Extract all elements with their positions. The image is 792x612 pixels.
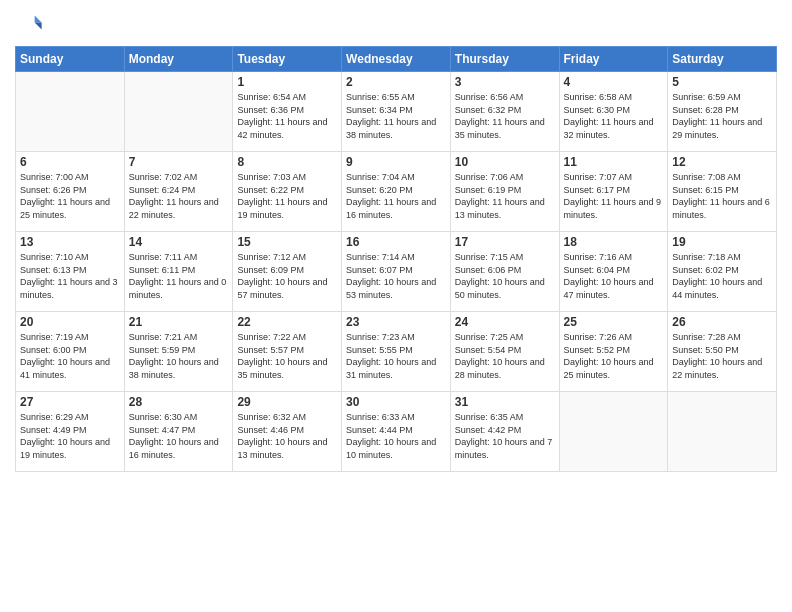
day-number: 20 [20, 315, 120, 329]
day-number: 28 [129, 395, 229, 409]
day-info: Sunrise: 7:26 AM Sunset: 5:52 PM Dayligh… [564, 331, 664, 381]
weekday-header-saturday: Saturday [668, 47, 777, 72]
day-info: Sunrise: 7:03 AM Sunset: 6:22 PM Dayligh… [237, 171, 337, 221]
calendar-cell-33 [559, 392, 668, 472]
logo [15, 10, 47, 38]
day-number: 5 [672, 75, 772, 89]
day-number: 26 [672, 315, 772, 329]
calendar-week-3: 13Sunrise: 7:10 AM Sunset: 6:13 PM Dayli… [16, 232, 777, 312]
calendar-cell-9: 8Sunrise: 7:03 AM Sunset: 6:22 PM Daylig… [233, 152, 342, 232]
day-info: Sunrise: 6:58 AM Sunset: 6:30 PM Dayligh… [564, 91, 664, 141]
day-number: 24 [455, 315, 555, 329]
calendar-cell-26: 25Sunrise: 7:26 AM Sunset: 5:52 PM Dayli… [559, 312, 668, 392]
day-number: 17 [455, 235, 555, 249]
day-number: 29 [237, 395, 337, 409]
page: SundayMondayTuesdayWednesdayThursdayFrid… [0, 0, 792, 612]
calendar-cell-31: 30Sunrise: 6:33 AM Sunset: 4:44 PM Dayli… [342, 392, 451, 472]
calendar-cell-24: 23Sunrise: 7:23 AM Sunset: 5:55 PM Dayli… [342, 312, 451, 392]
day-info: Sunrise: 7:07 AM Sunset: 6:17 PM Dayligh… [564, 171, 664, 221]
calendar-cell-12: 11Sunrise: 7:07 AM Sunset: 6:17 PM Dayli… [559, 152, 668, 232]
day-info: Sunrise: 7:28 AM Sunset: 5:50 PM Dayligh… [672, 331, 772, 381]
calendar-week-4: 20Sunrise: 7:19 AM Sunset: 6:00 PM Dayli… [16, 312, 777, 392]
calendar-cell-11: 10Sunrise: 7:06 AM Sunset: 6:19 PM Dayli… [450, 152, 559, 232]
day-info: Sunrise: 7:12 AM Sunset: 6:09 PM Dayligh… [237, 251, 337, 301]
day-number: 12 [672, 155, 772, 169]
day-number: 30 [346, 395, 446, 409]
weekday-header-row: SundayMondayTuesdayWednesdayThursdayFrid… [16, 47, 777, 72]
day-number: 21 [129, 315, 229, 329]
day-info: Sunrise: 7:02 AM Sunset: 6:24 PM Dayligh… [129, 171, 229, 221]
day-info: Sunrise: 7:25 AM Sunset: 5:54 PM Dayligh… [455, 331, 555, 381]
calendar-cell-6: 5Sunrise: 6:59 AM Sunset: 6:28 PM Daylig… [668, 72, 777, 152]
calendar-cell-28: 27Sunrise: 6:29 AM Sunset: 4:49 PM Dayli… [16, 392, 125, 472]
calendar-cell-20: 19Sunrise: 7:18 AM Sunset: 6:02 PM Dayli… [668, 232, 777, 312]
header [15, 10, 777, 38]
day-number: 22 [237, 315, 337, 329]
day-number: 25 [564, 315, 664, 329]
day-info: Sunrise: 7:06 AM Sunset: 6:19 PM Dayligh… [455, 171, 555, 221]
day-info: Sunrise: 6:35 AM Sunset: 4:42 PM Dayligh… [455, 411, 555, 461]
calendar-cell-4: 3Sunrise: 6:56 AM Sunset: 6:32 PM Daylig… [450, 72, 559, 152]
day-info: Sunrise: 6:56 AM Sunset: 6:32 PM Dayligh… [455, 91, 555, 141]
weekday-header-thursday: Thursday [450, 47, 559, 72]
calendar-cell-21: 20Sunrise: 7:19 AM Sunset: 6:00 PM Dayli… [16, 312, 125, 392]
day-info: Sunrise: 7:21 AM Sunset: 5:59 PM Dayligh… [129, 331, 229, 381]
weekday-header-friday: Friday [559, 47, 668, 72]
day-number: 9 [346, 155, 446, 169]
day-info: Sunrise: 7:10 AM Sunset: 6:13 PM Dayligh… [20, 251, 120, 301]
calendar-cell-30: 29Sunrise: 6:32 AM Sunset: 4:46 PM Dayli… [233, 392, 342, 472]
calendar-cell-1 [124, 72, 233, 152]
calendar-table: SundayMondayTuesdayWednesdayThursdayFrid… [15, 46, 777, 472]
day-info: Sunrise: 6:29 AM Sunset: 4:49 PM Dayligh… [20, 411, 120, 461]
weekday-header-tuesday: Tuesday [233, 47, 342, 72]
day-number: 10 [455, 155, 555, 169]
calendar-week-1: 1Sunrise: 6:54 AM Sunset: 6:36 PM Daylig… [16, 72, 777, 152]
day-number: 23 [346, 315, 446, 329]
calendar-cell-18: 17Sunrise: 7:15 AM Sunset: 6:06 PM Dayli… [450, 232, 559, 312]
calendar-week-5: 27Sunrise: 6:29 AM Sunset: 4:49 PM Dayli… [16, 392, 777, 472]
day-info: Sunrise: 7:23 AM Sunset: 5:55 PM Dayligh… [346, 331, 446, 381]
calendar-cell-8: 7Sunrise: 7:02 AM Sunset: 6:24 PM Daylig… [124, 152, 233, 232]
calendar-cell-0 [16, 72, 125, 152]
day-number: 8 [237, 155, 337, 169]
day-info: Sunrise: 7:11 AM Sunset: 6:11 PM Dayligh… [129, 251, 229, 301]
calendar-cell-27: 26Sunrise: 7:28 AM Sunset: 5:50 PM Dayli… [668, 312, 777, 392]
day-number: 11 [564, 155, 664, 169]
day-info: Sunrise: 7:18 AM Sunset: 6:02 PM Dayligh… [672, 251, 772, 301]
calendar-cell-10: 9Sunrise: 7:04 AM Sunset: 6:20 PM Daylig… [342, 152, 451, 232]
calendar-cell-23: 22Sunrise: 7:22 AM Sunset: 5:57 PM Dayli… [233, 312, 342, 392]
calendar-cell-14: 13Sunrise: 7:10 AM Sunset: 6:13 PM Dayli… [16, 232, 125, 312]
day-number: 3 [455, 75, 555, 89]
day-info: Sunrise: 7:04 AM Sunset: 6:20 PM Dayligh… [346, 171, 446, 221]
calendar-cell-16: 15Sunrise: 7:12 AM Sunset: 6:09 PM Dayli… [233, 232, 342, 312]
day-number: 1 [237, 75, 337, 89]
day-number: 13 [20, 235, 120, 249]
weekday-header-sunday: Sunday [16, 47, 125, 72]
day-info: Sunrise: 7:08 AM Sunset: 6:15 PM Dayligh… [672, 171, 772, 221]
day-number: 6 [20, 155, 120, 169]
calendar-cell-34 [668, 392, 777, 472]
day-number: 16 [346, 235, 446, 249]
day-number: 2 [346, 75, 446, 89]
day-number: 15 [237, 235, 337, 249]
day-info: Sunrise: 6:30 AM Sunset: 4:47 PM Dayligh… [129, 411, 229, 461]
calendar-cell-32: 31Sunrise: 6:35 AM Sunset: 4:42 PM Dayli… [450, 392, 559, 472]
day-info: Sunrise: 7:19 AM Sunset: 6:00 PM Dayligh… [20, 331, 120, 381]
logo-icon [15, 10, 43, 38]
day-info: Sunrise: 6:32 AM Sunset: 4:46 PM Dayligh… [237, 411, 337, 461]
calendar-cell-29: 28Sunrise: 6:30 AM Sunset: 4:47 PM Dayli… [124, 392, 233, 472]
calendar-cell-2: 1Sunrise: 6:54 AM Sunset: 6:36 PM Daylig… [233, 72, 342, 152]
day-info: Sunrise: 7:14 AM Sunset: 6:07 PM Dayligh… [346, 251, 446, 301]
weekday-header-monday: Monday [124, 47, 233, 72]
calendar-cell-13: 12Sunrise: 7:08 AM Sunset: 6:15 PM Dayli… [668, 152, 777, 232]
day-info: Sunrise: 6:33 AM Sunset: 4:44 PM Dayligh… [346, 411, 446, 461]
day-number: 7 [129, 155, 229, 169]
calendar-cell-15: 14Sunrise: 7:11 AM Sunset: 6:11 PM Dayli… [124, 232, 233, 312]
day-number: 4 [564, 75, 664, 89]
day-info: Sunrise: 6:59 AM Sunset: 6:28 PM Dayligh… [672, 91, 772, 141]
calendar-cell-7: 6Sunrise: 7:00 AM Sunset: 6:26 PM Daylig… [16, 152, 125, 232]
day-number: 31 [455, 395, 555, 409]
calendar-cell-25: 24Sunrise: 7:25 AM Sunset: 5:54 PM Dayli… [450, 312, 559, 392]
weekday-header-wednesday: Wednesday [342, 47, 451, 72]
calendar-cell-22: 21Sunrise: 7:21 AM Sunset: 5:59 PM Dayli… [124, 312, 233, 392]
